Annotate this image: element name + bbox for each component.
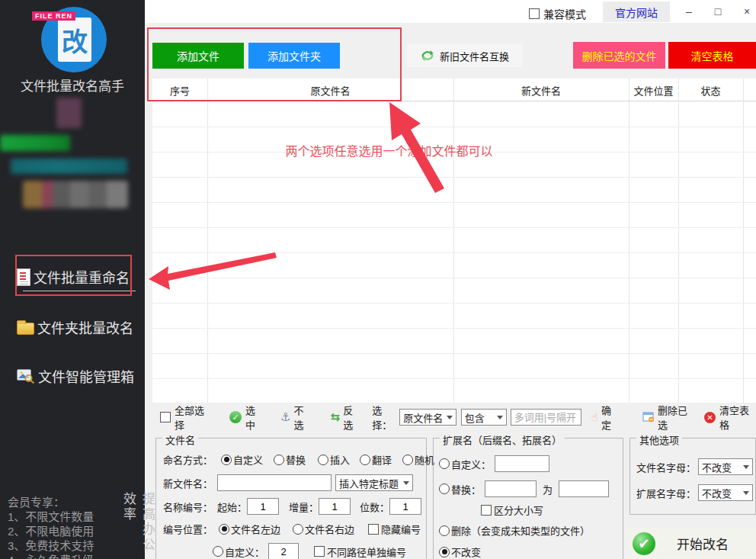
ext-replace-to-input[interactable]: [559, 480, 609, 497]
chevron-down-icon: [743, 465, 749, 469]
number-position-label: 编号位置：: [163, 522, 213, 536]
add-folder-button[interactable]: 添加文件夹: [248, 43, 340, 69]
official-site-button[interactable]: 官方网站: [603, 2, 670, 22]
app-window: 改 FILE REN 文件批量改名高手 文件批量重命名 文件夹批量改名: [0, 0, 756, 559]
ext-case-dropdown-row: 扩展名字母： 不改变: [636, 484, 753, 501]
ext-keep-row: 不改变: [439, 545, 481, 559]
hide-number-checkbox[interactable]: [368, 524, 379, 535]
radio-ext-keep[interactable]: [439, 547, 450, 557]
logo-badge: FILE REN: [32, 11, 75, 21]
sidebar-item-folder-rename[interactable]: 文件夹批量改名: [17, 314, 133, 340]
radio-random[interactable]: [402, 455, 413, 465]
start-rename-label: 开始改名: [677, 534, 729, 553]
app-logo: 改 FILE REN: [41, 7, 107, 72]
clear-x-icon: ✕: [704, 412, 716, 423]
photo-search-icon: [17, 368, 35, 384]
sidebar-item-label: 文件批量重命名: [34, 267, 130, 287]
chevron-down-icon: [447, 416, 453, 419]
add-files-button[interactable]: 添加文件: [152, 43, 244, 69]
sidebar-item-batch-rename[interactable]: 文件批量重命名: [17, 264, 130, 290]
hand-pointer-icon: ☝: [591, 410, 598, 424]
confirm-button[interactable]: 确定: [601, 403, 620, 432]
radio-translate[interactable]: [360, 455, 370, 465]
filename-group: 文件名 命名方式： 自定义 替换 插入 翻译 随机 新文件名： 插入特定标题 名…: [155, 438, 427, 559]
app-title: 文件批量改名高手: [0, 75, 145, 95]
case-sensitive-checkbox[interactable]: [481, 505, 492, 516]
radio-pos-right[interactable]: [293, 524, 303, 535]
custom-position-label: 自定义：: [225, 545, 264, 559]
invert-button[interactable]: 反选: [343, 403, 361, 432]
checkbox-label: 隐藏编号: [381, 522, 421, 536]
ext-case-dropdown[interactable]: 不改变: [698, 484, 753, 501]
compat-mode-checkbox[interactable]: [529, 8, 540, 19]
new-filename-row: 新文件名： 插入特定标题: [163, 474, 413, 491]
vip-item: 3、免费技术支持: [8, 538, 94, 553]
keyword-input[interactable]: [511, 409, 581, 426]
chevron-down-icon: [497, 416, 503, 419]
radio-ext-delete[interactable]: [439, 525, 450, 536]
vip-item: 4、永久免费升级: [8, 553, 94, 559]
vip-benefits: 会员专享： 1、不限文件数量 2、不限电脑使用 3、免费技术支持 4、永久免费升…: [8, 495, 94, 559]
start-input[interactable]: [247, 498, 279, 515]
custom-position-input[interactable]: [268, 543, 299, 559]
match-mode-dropdown[interactable]: 包含: [461, 409, 507, 426]
step-input[interactable]: [319, 498, 351, 515]
radio-ext-custom[interactable]: [439, 458, 450, 469]
radio-pos-custom[interactable]: [213, 546, 223, 557]
filter-field-dropdown[interactable]: 原文件名: [399, 409, 456, 426]
digits-input[interactable]: [389, 498, 421, 515]
radio-custom[interactable]: [221, 455, 232, 465]
ext-replace-from-input[interactable]: [485, 480, 537, 497]
clear-table-text-button[interactable]: 清空表格: [719, 403, 756, 432]
blurred-thumbnail: [23, 181, 128, 208]
other-options-title: 其他选项: [636, 432, 682, 447]
close-button[interactable]: ×: [736, 2, 756, 21]
minimize-button[interactable]: –: [678, 2, 700, 21]
maximize-button[interactable]: □: [707, 2, 729, 21]
new-filename-input[interactable]: [217, 474, 332, 491]
select-all-checkbox[interactable]: [160, 412, 171, 422]
check-circle-icon: ✓: [229, 411, 242, 423]
extension-group: 扩展名（后缀名、拓展名） 自定义： 替换： 为 区分大小写 删除（会变成未知类型…: [433, 438, 623, 559]
radio-replace[interactable]: [274, 455, 284, 465]
column-header-location[interactable]: 文件位置: [629, 79, 678, 101]
ext-delete-label: 删除（会变成未知类型的文件）: [451, 523, 590, 538]
radio-insert[interactable]: [318, 455, 328, 465]
column-header-newname[interactable]: 新文件名: [453, 79, 629, 101]
sidebar-item-label: 文件夹批量改名: [37, 317, 133, 337]
check-button[interactable]: 选中: [245, 403, 264, 432]
swap-names-button[interactable]: 新旧文件名互换: [407, 44, 523, 67]
other-options-group: 其他选项 文件名字母： 不改变 扩展名字母： 不改变: [629, 438, 756, 515]
sidebar-item-smart-manager[interactable]: 文件智能管理箱: [17, 363, 134, 389]
ext-with-label: 为: [543, 482, 553, 496]
recycle-icon: [421, 50, 434, 62]
filename-case-dropdown[interactable]: 不改变: [698, 458, 753, 475]
per-path-checkbox[interactable]: [314, 546, 325, 557]
ext-custom-label: 自定义：: [451, 457, 491, 471]
start-rename-button[interactable]: ✔ 开始改名: [626, 528, 756, 559]
radio-label: 文件名左边: [231, 522, 280, 536]
clear-table-button[interactable]: 清空表格: [668, 42, 756, 69]
uncheck-button[interactable]: 不选: [294, 403, 312, 432]
insert-title-dropdown[interactable]: 插入特定标题: [335, 474, 413, 491]
column-header-status[interactable]: 状态: [678, 79, 743, 101]
column-header-index[interactable]: 序号: [152, 79, 207, 101]
compat-mode-label: 兼容模式: [543, 6, 586, 21]
compat-mode-option[interactable]: 兼容模式: [529, 6, 586, 21]
match-mode-value: 包含: [465, 410, 485, 425]
file-table: 序号 原文件名 新文件名 文件位置 状态: [152, 79, 756, 403]
vip-item: 2、不限电脑使用: [8, 524, 94, 538]
radio-label: 随机: [415, 452, 434, 467]
start-label: 起始：: [217, 500, 247, 514]
checkbox-label: 不同路径单独编号: [327, 545, 406, 559]
table-body-empty[interactable]: [152, 102, 756, 403]
delete-selected-files-button[interactable]: 删除已选的文件: [573, 42, 665, 69]
column-header-original[interactable]: 原文件名: [207, 79, 453, 101]
radio-pos-left[interactable]: [219, 524, 229, 535]
ext-custom-input[interactable]: [495, 455, 549, 472]
radio-label: 替换: [286, 452, 306, 467]
delete-selected-button[interactable]: 删除已选: [658, 403, 694, 432]
radio-ext-replace[interactable]: [439, 484, 450, 494]
sidebar-item-label: 文件智能管理箱: [38, 366, 134, 386]
radio-label: 文件名右边: [305, 522, 354, 536]
